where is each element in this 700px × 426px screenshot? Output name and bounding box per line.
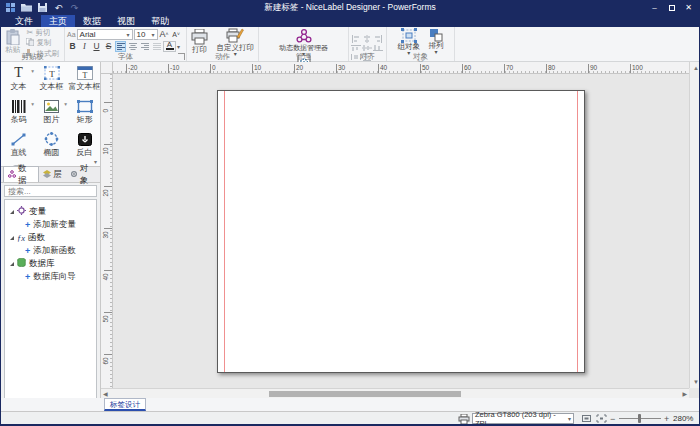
font-color-dropdown[interactable]: ▾ bbox=[177, 43, 180, 50]
tree-node-databases[interactable]: 数据库 bbox=[5, 257, 96, 270]
h-ruler-tick: -10 bbox=[168, 64, 179, 73]
title-bar: ↶ ↷ 新建标签 - NiceLabel Designer - PowerFor… bbox=[1, 0, 699, 15]
strikethrough-button[interactable]: S bbox=[103, 41, 114, 52]
add-new-variable-link[interactable]: + 添加新变量 bbox=[5, 218, 96, 231]
tab-home[interactable]: 主页 bbox=[41, 15, 75, 27]
font-family-select[interactable]: Arial▾ bbox=[77, 29, 133, 40]
ribbon-tab-bar: 文件 主页 数据 视图 帮助 bbox=[1, 15, 699, 27]
text-tool[interactable]: T 文本▾ bbox=[3, 64, 34, 96]
vertical-scrollbar[interactable]: ▲ ▼ bbox=[689, 62, 700, 388]
chevron-down-icon[interactable]: ▾ bbox=[31, 68, 34, 74]
zoom-in-button[interactable]: + bbox=[664, 412, 669, 425]
tab-label-design[interactable]: 标签设计 bbox=[104, 398, 146, 411]
h-ruler-tick: 30 bbox=[336, 64, 345, 73]
zoom-slider-handle[interactable] bbox=[638, 414, 641, 423]
arrange-button[interactable]: 排列 ▾ bbox=[426, 28, 445, 54]
copy-button[interactable]: 复制 bbox=[26, 38, 59, 48]
ruler-corner bbox=[101, 62, 113, 74]
printer-select[interactable]: Zebra GT800 (203 dpi) - ZPL ▾ bbox=[472, 413, 574, 424]
tab-file[interactable]: 文件 bbox=[7, 15, 41, 27]
zoom-slider-track[interactable] bbox=[619, 418, 661, 419]
scroll-up-icon[interactable]: ▲ bbox=[693, 65, 699, 71]
ellipse-tool-icon bbox=[44, 130, 59, 148]
line-tool[interactable]: 直线 bbox=[3, 130, 34, 162]
ellipse-tool[interactable]: 椭圆 bbox=[36, 130, 67, 162]
h-ruler-tick: 10 bbox=[252, 64, 261, 73]
scroll-down-icon[interactable]: ▼ bbox=[693, 379, 699, 385]
objects-group-label: 对象 bbox=[387, 52, 454, 61]
tree-node-variables[interactable]: 变量 bbox=[5, 205, 96, 218]
panel-tab-data[interactable]: 数据 bbox=[3, 166, 39, 182]
justify-button[interactable] bbox=[151, 41, 162, 52]
scroll-left-icon[interactable]: ◀ bbox=[103, 391, 108, 397]
grow-font-button[interactable]: A˄ bbox=[159, 29, 170, 40]
font-color-button[interactable]: A bbox=[163, 41, 176, 52]
search-input[interactable] bbox=[4, 185, 97, 197]
zoom-to-document-button[interactable] bbox=[580, 412, 593, 425]
align-text-right-button[interactable] bbox=[139, 41, 150, 52]
maximize-button[interactable] bbox=[663, 0, 680, 15]
picture-tool-icon bbox=[44, 97, 59, 115]
maximize-icon bbox=[669, 5, 675, 11]
align-bottom-button[interactable] bbox=[373, 38, 384, 47]
cut-button[interactable]: ✂ 剪切 bbox=[26, 29, 59, 37]
align-text-center-button[interactable] bbox=[127, 41, 138, 52]
horizontal-scroll-thumb[interactable] bbox=[269, 391, 461, 397]
data-tree: 变量 + 添加新变量 ƒx 函数 + 添加新函数 数据库 + bbox=[4, 199, 97, 407]
zoom-out-button[interactable]: − bbox=[610, 412, 615, 425]
tab-view[interactable]: 视图 bbox=[109, 15, 143, 27]
v-ruler-number: 10 bbox=[102, 145, 109, 155]
window-controls: – ✕ bbox=[646, 0, 697, 15]
shrink-font-button[interactable]: A˅ bbox=[171, 29, 182, 40]
chevron-down-icon[interactable]: ▾ bbox=[64, 101, 67, 107]
panel-tab-layers[interactable]: 层 bbox=[39, 167, 66, 182]
database-wizard-link[interactable]: + 数据库向导 bbox=[5, 270, 96, 283]
expand-arrow-icon[interactable] bbox=[10, 236, 14, 240]
font-size-select[interactable]: 10▾ bbox=[134, 29, 158, 40]
align-right-button[interactable] bbox=[373, 29, 384, 38]
h-ruler-tick: 0 bbox=[210, 64, 216, 73]
horizontal-scrollbar[interactable]: ◀ ▶ bbox=[101, 388, 689, 398]
minimize-button[interactable]: – bbox=[646, 0, 663, 15]
tab-help[interactable]: 帮助 bbox=[143, 15, 177, 27]
align-middle-button[interactable] bbox=[362, 38, 373, 47]
right-margin-line bbox=[577, 91, 578, 372]
scroll-right-icon[interactable]: ▶ bbox=[682, 391, 687, 397]
bold-button[interactable]: B bbox=[67, 41, 78, 52]
font-dialog-launcher-icon[interactable] bbox=[178, 53, 185, 60]
add-new-function-link[interactable]: + 添加新函数 bbox=[5, 244, 96, 257]
align-left-button[interactable] bbox=[351, 29, 362, 38]
custom-print-button[interactable]: 自定义打印 ▾ bbox=[214, 28, 256, 54]
picture-tool[interactable]: 图片▾ bbox=[36, 97, 67, 129]
design-workspace: -20-100102030405060708090100 01020304050… bbox=[101, 62, 700, 398]
zoom-slider[interactable] bbox=[619, 412, 661, 425]
ribbon-group-clipboard: 粘贴 ✂ 剪切 复制 格式刷 剪贴板 bbox=[1, 27, 65, 61]
rectangle-tool[interactable]: 矩形 bbox=[69, 97, 100, 129]
tree-node-functions[interactable]: ƒx 函数 bbox=[5, 231, 96, 244]
richtext-tool[interactable]: T 富文本框 bbox=[69, 64, 100, 96]
textbox-tool[interactable]: T 文本框 bbox=[36, 64, 67, 96]
italic-button[interactable]: I bbox=[79, 41, 90, 52]
dynamic-data-manager-button[interactable]: 动态数据管理器 ▾ bbox=[277, 28, 330, 54]
print-button[interactable]: 打印 bbox=[189, 28, 210, 54]
chevron-down-icon[interactable]: ▾ bbox=[31, 101, 34, 107]
align-text-left-button[interactable] bbox=[115, 41, 126, 52]
close-button[interactable]: ✕ bbox=[680, 0, 697, 15]
tab-data[interactable]: 数据 bbox=[75, 15, 109, 27]
h-ruler-tick: 40 bbox=[378, 64, 387, 73]
barcode-tool[interactable]: 条码▾ bbox=[3, 97, 34, 129]
arrange-icon bbox=[429, 28, 443, 42]
paste-button[interactable]: 粘贴 bbox=[3, 28, 22, 54]
underline-button[interactable]: U bbox=[91, 41, 102, 52]
ribbon-group-manage: 动态数据管理器 ▾ 文档属性 管理 bbox=[259, 27, 349, 61]
align-top-button[interactable] bbox=[351, 38, 362, 47]
zoom-to-fit-button[interactable] bbox=[595, 412, 608, 425]
panel-tab-objects[interactable]: 对象 bbox=[66, 167, 100, 182]
label-canvas[interactable] bbox=[217, 90, 585, 373]
group-objects-button[interactable]: 组对象 ▾ bbox=[396, 28, 423, 54]
database-icon bbox=[17, 258, 26, 269]
expand-arrow-icon[interactable] bbox=[10, 262, 14, 266]
align-center-button[interactable] bbox=[362, 29, 373, 38]
expand-arrow-icon[interactable] bbox=[10, 210, 14, 214]
h-ruler-tick: 80 bbox=[546, 64, 555, 73]
